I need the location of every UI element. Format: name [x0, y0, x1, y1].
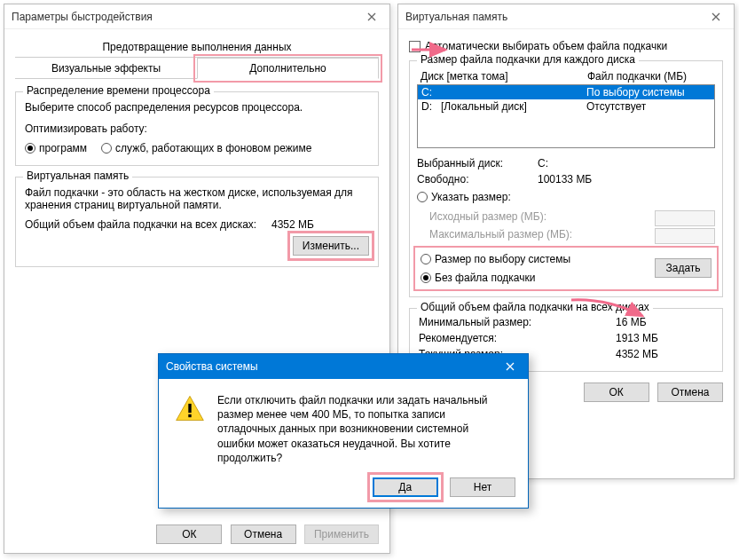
- close-icon[interactable]: [499, 358, 521, 375]
- disk-row-label: [Локальный диск]: [441, 100, 586, 113]
- perf-tabs-bottom: Визуальные эффекты Дополнительно: [15, 58, 379, 79]
- size-group: Размер файла подкачки для каждого диска …: [409, 60, 723, 297]
- col-page: Файл подкачки (МБ): [587, 70, 711, 83]
- cpu-group-title: Распределение времени процессора: [23, 84, 214, 97]
- vm-group: Виртуальная память Файл подкачки - это о…: [15, 177, 379, 267]
- dlg-button-row: Да Нет: [159, 477, 528, 508]
- radio-system-size[interactable]: Размер по выбору системы: [421, 253, 570, 265]
- radio-custom-size[interactable]: Указать размер:: [417, 191, 511, 203]
- cpu-radio-row: программ служб, работающих в фоновом реж…: [25, 142, 369, 154]
- tab-advanced[interactable]: Дополнительно: [197, 58, 379, 79]
- dlg-titlebar: Свойства системы: [159, 354, 528, 379]
- radio-programs[interactable]: программ: [25, 142, 87, 154]
- free-label: Свободно:: [417, 173, 538, 185]
- disk-list[interactable]: C: По выбору системы D: [Локальный диск]…: [417, 84, 715, 148]
- perf-footer-buttons: ОК Отмена Применить: [156, 525, 379, 544]
- vm-total-row: Общий объем файла подкачки на всех диска…: [25, 218, 369, 231]
- checkbox-icon: [409, 41, 421, 52]
- custom-size-block: Указать размер: Исходный размер (МБ): Ма…: [417, 191, 715, 244]
- radio-dot-icon: [25, 143, 35, 154]
- radio-custom-size-label: Указать размер:: [431, 191, 511, 203]
- disk-list-header: Диск [метка тома] Файл подкачки (МБ): [417, 68, 715, 84]
- perf-body: Предотвращение выполнения данных Визуаль…: [4, 29, 389, 287]
- disk-row-c[interactable]: C: По выбору системы: [418, 85, 714, 99]
- auto-checkbox[interactable]: Автоматически выбирать объем файла подка…: [409, 40, 667, 52]
- tab-visual-effects[interactable]: Визуальные эффекты: [15, 58, 197, 79]
- free-value: 100133 МБ: [538, 173, 715, 185]
- vm-desc: Файл подкачки - это область на жестком д…: [25, 186, 369, 211]
- rec-label: Рекомендуется:: [419, 332, 616, 344]
- max-size-label: Максимальный размер (МБ):: [429, 228, 655, 244]
- no-button[interactable]: Нет: [450, 477, 515, 497]
- cpu-optimize-label: Оптимизировать работу:: [25, 122, 369, 135]
- cpu-desc: Выберите способ распределения ресурсов п…: [25, 101, 369, 114]
- radio-dot-icon: [101, 143, 112, 154]
- radio-programs-label: программ: [39, 142, 87, 154]
- change-button[interactable]: Изменить...: [293, 236, 369, 256]
- cancel-button[interactable]: Отмена: [231, 525, 296, 544]
- dlg-message: Если отключить файл подкачки или задать …: [217, 393, 501, 465]
- radio-no-pagefile-label: Без файла подкачки: [435, 272, 535, 284]
- cancel-button[interactable]: Отмена: [657, 383, 723, 402]
- radio-no-pagefile[interactable]: Без файла подкачки: [421, 272, 535, 284]
- disk-row-d[interactable]: D: [Локальный диск] Отсутствует: [418, 99, 714, 114]
- apply-button[interactable]: Применить: [304, 525, 379, 544]
- vm-total-value: 4352 МБ: [271, 218, 369, 231]
- cpu-group: Распределение времени процессора Выберит…: [15, 91, 379, 166]
- sel-drive-label: Выбранный диск:: [417, 157, 538, 170]
- highlighted-options-row: Размер по выбору системы Без файла подка…: [417, 249, 715, 288]
- cur-value: 4352 МБ: [616, 348, 713, 360]
- disk-row-drv: D:: [421, 100, 441, 113]
- min-label: Минимальный размер:: [419, 316, 616, 328]
- totals-group-title: Общий объем файла подкачки на всех диска…: [417, 301, 653, 313]
- auto-checkbox-label: Автоматически выбирать объем файла подка…: [425, 40, 667, 52]
- vmem-titlebar: Виртуальная память: [398, 4, 734, 29]
- svg-rect-1: [188, 404, 191, 413]
- close-icon[interactable]: [361, 8, 382, 26]
- dlg-title: Свойства системы: [166, 360, 499, 373]
- rec-value: 1913 МБ: [616, 332, 713, 344]
- disk-row-drv: C:: [421, 86, 441, 99]
- init-size-input[interactable]: [655, 210, 715, 226]
- tab-prevention[interactable]: Предотвращение выполнения данных: [15, 36, 379, 58]
- radio-dot-icon: [421, 254, 431, 264]
- close-icon[interactable]: [705, 8, 727, 26]
- disk-row-page: Отсутствует: [586, 100, 711, 113]
- yes-button[interactable]: Да: [373, 477, 438, 497]
- selected-drive-info: Выбранный диск:C: Свободно:100133 МБ: [417, 157, 715, 185]
- vmem-title: Виртуальная память: [405, 11, 705, 23]
- dlg-body: Если отключить файл подкачки или задать …: [159, 379, 528, 477]
- max-size-input[interactable]: [655, 228, 715, 244]
- perf-tabs-top: Предотвращение выполнения данных: [15, 36, 379, 58]
- ok-button[interactable]: ОК: [156, 525, 222, 544]
- col-disk: Диск [метка тома]: [421, 70, 587, 83]
- warning-icon: [175, 393, 205, 426]
- init-size-label: Исходный размер (МБ):: [429, 210, 655, 226]
- ok-button[interactable]: ОК: [584, 383, 649, 402]
- min-value: 16 МБ: [616, 316, 713, 328]
- radio-services[interactable]: служб, работающих в фоновом режиме: [101, 142, 311, 154]
- radio-dot-icon: [421, 272, 431, 283]
- radio-dot-icon: [417, 192, 428, 202]
- confirm-dialog: Свойства системы Если отключить файл под…: [158, 353, 529, 509]
- perf-title: Параметры быстродействия: [12, 11, 361, 23]
- size-group-title: Размер файла подкачки для каждого диска: [417, 53, 639, 66]
- perf-titlebar: Параметры быстродействия: [4, 4, 389, 29]
- vm-total-label: Общий объем файла подкачки на всех диска…: [25, 218, 271, 231]
- disk-row-label: [441, 86, 586, 99]
- set-button[interactable]: Задать: [655, 258, 711, 278]
- vm-group-title: Виртуальная память: [23, 170, 132, 182]
- disk-row-page: По выбору системы: [586, 86, 711, 99]
- sel-drive-value: C:: [538, 157, 715, 170]
- radio-services-label: служб, работающих в фоновом режиме: [115, 142, 311, 154]
- svg-rect-2: [188, 414, 191, 417]
- vm-change-row: Изменить...: [25, 236, 369, 256]
- radio-system-size-label: Размер по выбору системы: [435, 253, 570, 265]
